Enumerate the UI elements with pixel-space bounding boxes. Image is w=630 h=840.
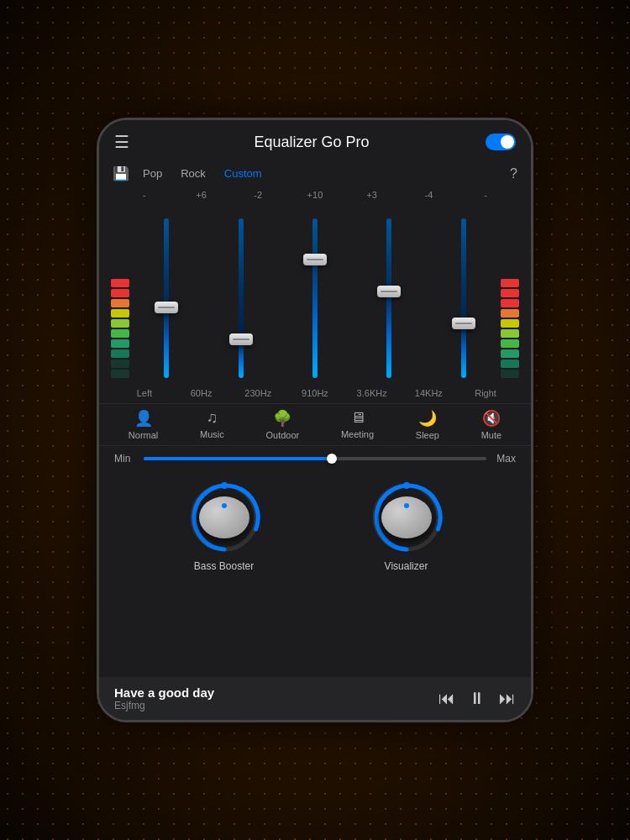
eq-values-row: - +6 -2 +10 +3 -4 - [108, 186, 522, 202]
preset-pop[interactable]: Pop [138, 165, 167, 181]
vu-seg [501, 339, 519, 348]
volume-slider[interactable] [144, 457, 486, 460]
prev-button[interactable]: ⏮ [438, 689, 455, 708]
mode-normal[interactable]: 👤 Normal [129, 409, 158, 440]
fader-handle-14khz[interactable] [452, 318, 475, 329]
vu-seg [501, 329, 519, 338]
mode-normal-label: Normal [129, 430, 158, 440]
svg-point-1 [221, 482, 228, 489]
vu-seg [111, 339, 129, 348]
knob-ring-bass [186, 480, 262, 555]
knobs-section: Bass Booster Visualizer [99, 471, 531, 577]
knob-dot-bass [222, 503, 227, 508]
svg-point-3 [403, 482, 410, 489]
freq-910hz: 910Hz [294, 388, 336, 398]
fader-track-3khz [386, 218, 391, 378]
device-frame: ☰ Equalizer Go Pro 💾 Pop Rock Custom ? -… [97, 118, 533, 722]
vu-seg [111, 360, 129, 368]
knob-dot-vis [404, 503, 409, 508]
mode-meeting[interactable]: 🖥 Meeting [341, 409, 374, 440]
vol-slider-fill [144, 457, 332, 460]
fader-60hz[interactable] [129, 202, 203, 386]
mute-icon: 🔇 [482, 409, 501, 428]
app-screen: ☰ Equalizer Go Pro 💾 Pop Rock Custom ? -… [99, 120, 531, 720]
app-title: Equalizer Go Pro [138, 134, 486, 151]
freq-left: Left [123, 388, 165, 398]
fader-14khz[interactable] [427, 202, 501, 386]
vol-min-label: Min [114, 453, 135, 465]
track-artist: Esjfmg [114, 700, 438, 711]
fader-handle-910hz[interactable] [303, 254, 327, 265]
mode-meeting-label: Meeting [341, 429, 374, 439]
next-button[interactable]: ⏭ [499, 689, 516, 708]
vu-seg [111, 349, 129, 358]
now-playing-bar: Have a good day Esjfmg ⏮ ⏸ ⏭ [99, 677, 531, 720]
preset-rock[interactable]: Rock [176, 165, 211, 181]
vu-seg [501, 279, 519, 287]
track-title: Have a good day [114, 685, 438, 700]
vu-seg [501, 299, 519, 307]
fader-handle-3khz[interactable] [377, 286, 401, 297]
bass-booster-knob[interactable]: Bass Booster [186, 480, 262, 572]
vu-seg [111, 370, 129, 378]
vol-slider-thumb[interactable] [327, 454, 337, 464]
bass-booster-label: Bass Booster [194, 560, 254, 572]
mode-outdoor[interactable]: 🌳 Outdoor [265, 409, 299, 440]
menu-icon[interactable]: ☰ [114, 132, 138, 152]
vu-seg [111, 279, 129, 287]
visualizer-label: Visualizer [385, 560, 428, 572]
eq-val-60hz: +6 [181, 190, 223, 200]
fader-track-60hz [164, 218, 169, 378]
preset-bar: 💾 Pop Rock Custom ? [99, 160, 531, 186]
meeting-icon: 🖥 [350, 409, 365, 427]
fader-track-230hz [239, 218, 244, 378]
vu-seg [501, 370, 519, 378]
fader-handle-230hz[interactable] [229, 333, 253, 345]
fader-handle-60hz[interactable] [155, 302, 178, 313]
mode-outdoor-label: Outdoor [265, 430, 299, 440]
mode-row: 👤 Normal ♫ Music 🌳 Outdoor 🖥 Meeting 🌙 S… [99, 403, 531, 446]
mode-music[interactable]: ♫ Music [200, 409, 224, 440]
fader-910hz[interactable] [278, 202, 352, 386]
freq-right: Right [465, 388, 507, 398]
knob-body-bass[interactable] [199, 496, 249, 538]
freq-14khz: 14KHz [407, 388, 449, 398]
normal-icon: 👤 [134, 409, 153, 428]
mode-sleep[interactable]: 🌙 Sleep [416, 409, 439, 440]
vu-seg [111, 319, 129, 328]
vu-seg [111, 309, 129, 318]
fader-230hz[interactable] [203, 202, 277, 386]
vu-seg [501, 309, 519, 318]
header: ☰ Equalizer Go Pro [99, 120, 531, 160]
vu-seg [111, 329, 129, 338]
pause-button[interactable]: ⏸ [469, 689, 486, 708]
vu-seg [111, 299, 129, 307]
freq-230hz: 230Hz [237, 388, 279, 398]
playback-controls: ⏮ ⏸ ⏭ [438, 689, 516, 708]
eq-val-230hz: -2 [237, 190, 279, 200]
mode-mute[interactable]: 🔇 Mute [481, 409, 501, 440]
power-toggle[interactable] [486, 134, 516, 150]
outdoor-icon: 🌳 [273, 409, 291, 428]
visualizer-knob[interactable]: Visualizer [369, 480, 444, 572]
eq-val-3khz: +3 [351, 190, 393, 200]
help-icon[interactable]: ? [510, 166, 517, 181]
save-preset-icon[interactable]: 💾 [113, 165, 129, 181]
mode-sleep-label: Sleep [416, 430, 439, 440]
knob-ring-vis [369, 480, 444, 555]
vol-max-label: Max [495, 453, 516, 465]
eq-val-right: - [465, 190, 507, 200]
music-icon: ♫ [207, 409, 218, 427]
knob-body-vis[interactable] [381, 496, 432, 538]
preset-custom[interactable]: Custom [219, 165, 267, 181]
vu-seg [501, 349, 519, 358]
fader-track-14khz [461, 218, 466, 378]
eq-val-left: - [123, 190, 165, 200]
mode-mute-label: Mute [481, 430, 501, 440]
vu-meter-right [501, 202, 519, 386]
freq-labels-row: Left 60Hz 230Hz 910Hz 3.6KHz 14KHz Right [108, 386, 522, 403]
fader-3khz[interactable] [352, 202, 426, 386]
mode-music-label: Music [200, 429, 224, 439]
eq-faders-container [108, 202, 522, 386]
vu-seg [111, 289, 129, 297]
